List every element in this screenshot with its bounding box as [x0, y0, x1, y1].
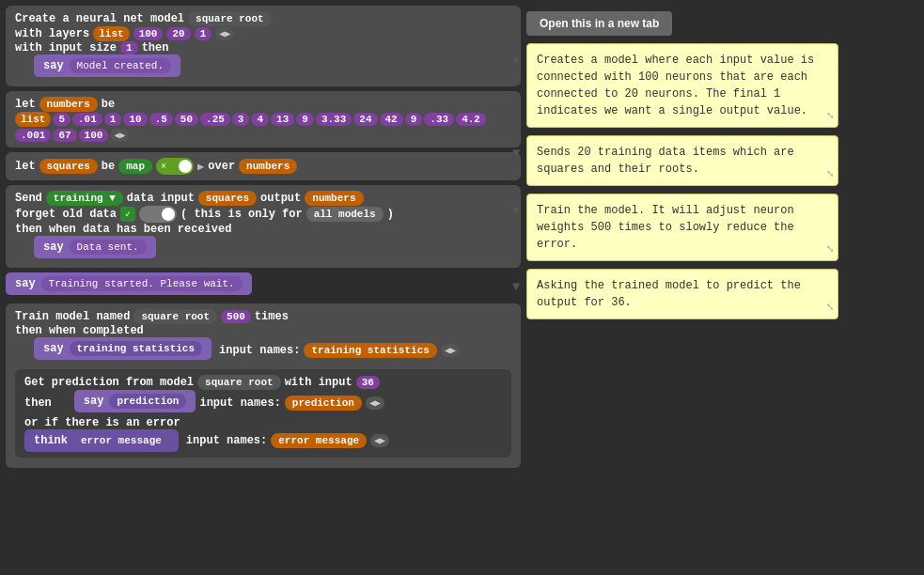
times-label: times — [255, 310, 289, 323]
n5b: .5 — [149, 113, 173, 126]
list-label-2: list — [15, 112, 51, 127]
n24: 24 — [353, 113, 377, 126]
n10: 10 — [123, 113, 147, 126]
forget-toggle[interactable] — [139, 206, 177, 223]
over-label: over — [208, 160, 235, 173]
or-error-label: or if there is an error — [24, 416, 180, 429]
layer-100: 100 — [133, 27, 164, 40]
squares-input: squares — [198, 191, 257, 206]
let-squares-block: let squares be map × ▶ over numbers — [6, 152, 521, 180]
tooltip-1-text: Creates a model where each input value i… — [537, 54, 814, 117]
think-error-block: think error message — [24, 429, 179, 452]
input-names-label-1: input names: — [219, 344, 300, 357]
training-started-row: say Training started. Please wait. — [6, 272, 521, 299]
think-label: think — [34, 434, 68, 447]
n4: 4 — [251, 113, 269, 126]
be-label: be — [102, 98, 115, 111]
create-model-block: Create a neural net model square root wi… — [6, 6, 521, 86]
error-message-pill: error message — [73, 433, 169, 448]
map-toggle[interactable]: × — [156, 158, 194, 175]
tooltip-2-text: Sends 20 training data items which are s… — [537, 146, 794, 176]
n001: .001 — [15, 129, 51, 142]
open-tab-button[interactable]: Open this in a new tab — [526, 11, 672, 36]
input-names-label-2: input names: — [199, 396, 280, 410]
tooltip-2-corner: ⤡ — [826, 167, 834, 181]
map-pill: map — [118, 159, 152, 174]
numbers-output: numbers — [305, 191, 363, 206]
toggle-dot — [179, 160, 192, 173]
n42b: 4.2 — [456, 113, 486, 126]
say-label-4: say — [43, 342, 64, 355]
output-label: output — [260, 192, 301, 205]
send-data-block: Send training ▼ data input squares outpu… — [6, 185, 521, 268]
numbers-var: numbers — [39, 97, 98, 112]
prediction-pill: prediction — [109, 394, 186, 409]
send-label: Send — [15, 192, 42, 205]
tooltip-2: Sends 20 training data items which are s… — [526, 135, 838, 186]
say-label-2: say — [43, 241, 64, 254]
n67: 67 — [53, 129, 76, 142]
let-label-2: let — [15, 160, 36, 173]
train-label: Train model named — [15, 310, 130, 323]
n3: 3 — [232, 113, 250, 126]
tooltip-4-text: Asking the trained model to predict the … — [537, 279, 801, 309]
get-pred-label: Get prediction from model — [24, 376, 194, 389]
layers-nav[interactable]: ◀▶ — [215, 27, 234, 40]
say-data-sent: say Data sent. — [34, 236, 156, 258]
pred-nav[interactable]: ◀▶ — [366, 396, 384, 410]
stats-nav[interactable]: ◀▶ — [441, 344, 460, 357]
with-input-label: with input — [285, 376, 352, 389]
error-message-input: error message — [271, 433, 367, 448]
say-label-5: say — [84, 395, 104, 408]
train-model-name: square root — [133, 309, 217, 324]
say-label-3: say — [15, 277, 36, 290]
forget-checkbox[interactable]: ✓ — [120, 207, 135, 222]
then-when-label: then when data has been received — [15, 223, 231, 236]
let-label: let — [15, 98, 36, 111]
numbers-nav[interactable]: ◀▶ — [110, 129, 129, 142]
layer-1: 1 — [195, 27, 212, 40]
input-names-label-3: input names: — [186, 434, 267, 447]
all-models-pill: all models — [306, 207, 384, 222]
arrow-icon: ▶ — [197, 160, 204, 174]
data-sent-text: Data sent. — [70, 240, 147, 255]
layer-20: 20 — [166, 27, 190, 40]
training-pill: training ▼ — [46, 191, 123, 206]
squares-var: squares — [39, 159, 98, 174]
n9: 9 — [296, 113, 314, 126]
then-label: then — [142, 41, 169, 54]
tooltip-3-corner: ⤡ — [826, 242, 834, 256]
error-nav[interactable]: ◀▶ — [370, 434, 389, 447]
train-model-block: Train model named square root 500 times … — [6, 303, 521, 468]
n333: 3.33 — [316, 113, 352, 126]
create-label: Create a neural net model — [15, 12, 184, 25]
toggle-x-icon: × — [161, 162, 166, 172]
say-training-started: say Training started. Please wait. — [6, 272, 252, 295]
tooltip-3: Train the model. It will adjust neuron w… — [526, 194, 838, 261]
input-val-36: 36 — [356, 376, 380, 389]
train-times-val: 500 — [221, 310, 251, 323]
prediction-input: prediction — [285, 396, 362, 411]
say-training-stats: say training statistics — [34, 337, 211, 360]
n9b: 9 — [405, 113, 423, 126]
n100: 100 — [79, 129, 109, 142]
n01: .01 — [72, 113, 102, 126]
tooltip-1: Creates a model where each input value i… — [526, 43, 838, 128]
list-label-1: list — [93, 26, 129, 41]
this-only-label: ( this is only for — [180, 208, 303, 221]
n50: 50 — [175, 113, 198, 126]
let-numbers-block: let numbers be list 5 .01 1 10 .5 50 .25… — [6, 91, 521, 148]
tooltip-4-corner: ⤡ — [826, 301, 834, 315]
tooltip-3-text: Train the model. It will adjust neuron w… — [537, 204, 794, 251]
over-numbers: numbers — [239, 159, 297, 174]
tooltip-1-corner: ⤡ — [826, 109, 834, 123]
say-model-created: say Model created. — [34, 54, 180, 77]
pred-model-name: square root — [197, 375, 281, 390]
data-input-label: data input — [127, 192, 195, 205]
forget-label: forget old data — [15, 208, 117, 221]
n25: .25 — [200, 113, 230, 126]
n5: 5 — [53, 113, 70, 126]
be-label-2: be — [102, 160, 115, 173]
tooltip-4: Asking the trained model to predict the … — [526, 269, 838, 319]
then-label-pred: then — [24, 396, 52, 410]
